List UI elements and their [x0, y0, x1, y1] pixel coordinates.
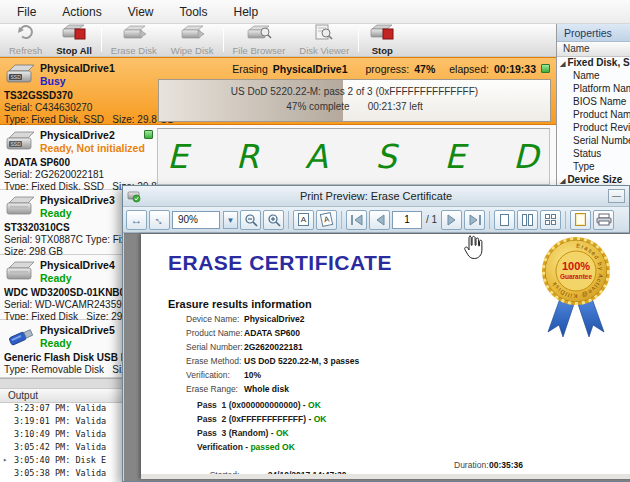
fit-width-button[interactable]: ↔: [126, 210, 147, 230]
ssd-drive-icon: SSD: [5, 63, 37, 89]
zoom-in-button[interactable]: [263, 210, 284, 230]
single-page-icon: [500, 214, 509, 226]
svg-text:SSD: SSD: [11, 141, 22, 147]
drive-model: ADATA SP600: [4, 157, 70, 168]
previous-page-button[interactable]: [369, 210, 390, 230]
wipe-disk-button[interactable]: Wipe Disk: [164, 25, 221, 55]
last-page-button[interactable]: [464, 210, 485, 230]
document-search-icon: [311, 24, 337, 44]
svg-text:100%: 100%: [562, 260, 590, 272]
last-page-icon: [468, 214, 482, 226]
zoom-out-button[interactable]: [240, 210, 261, 230]
drive-serial: Serial: C434630270: [4, 102, 92, 113]
certificate-page[interactable]: ERASE CERTIFICATE Erasure results inform…: [141, 234, 630, 479]
erased-banner-text: ERASED: [121, 137, 587, 176]
toolbar-separator: [489, 211, 490, 229]
tree-expand-icon[interactable]: ◢: [560, 177, 565, 184]
hand-cursor-icon: [462, 234, 484, 265]
next-page-button[interactable]: [441, 210, 462, 230]
menu-tools[interactable]: Tools: [167, 2, 221, 22]
activity-led-icon: [541, 64, 550, 73]
drive-serial: Serial: 2G2620022181: [4, 169, 104, 180]
fit-page-button[interactable]: ↔: [149, 210, 170, 230]
tree-item[interactable]: Platform Name: [557, 83, 630, 96]
stop-all-button[interactable]: Stop All: [49, 25, 99, 55]
cert-duration-label: Duration:: [454, 460, 489, 470]
toolbar-separator: [101, 28, 102, 52]
printer-icon: [596, 213, 612, 226]
cert-pass-1: Pass 1 (0x000000000000) - OK: [197, 400, 321, 410]
svg-text:SSD: SSD: [11, 74, 22, 80]
first-page-button[interactable]: [346, 210, 367, 230]
drive-status: Ready: [40, 272, 72, 284]
page-setup-button[interactable]: [570, 210, 591, 230]
current-row-marker-icon: ▸: [3, 456, 7, 464]
page-total-label: / 1: [426, 214, 437, 225]
killdisk-app-window: File Actions View Tools Help Refresh Sto…: [0, 0, 630, 482]
drive-row-physicaldrive1[interactable]: SSD PhysicalDrive1 Busy TS32GSSD370 Seri…: [0, 57, 556, 125]
single-page-view-button[interactable]: [494, 210, 515, 230]
tree-item[interactable]: Product Name: [557, 109, 630, 122]
drive-model: ST3320310CS: [4, 222, 70, 233]
hdd-drive-icon: [5, 260, 37, 286]
preview-toolbar: ↔ ↔ 90% ▼ A A / 1: [123, 207, 629, 233]
fit-page-icon: ↔: [150, 210, 168, 228]
page-number-input[interactable]: [392, 211, 422, 229]
disk-stop-icon: [368, 24, 396, 44]
usb-drive-icon: [5, 325, 37, 351]
stop-button[interactable]: Stop: [361, 25, 403, 55]
tree-item[interactable]: BIOS Name: [557, 96, 630, 109]
tree-group-fixed-disk[interactable]: ◢Fixed Disk, SSD: [557, 57, 630, 70]
erased-banner-panel: ERASED: [157, 128, 550, 185]
menu-bar: File Actions View Tools Help: [0, 0, 630, 24]
properties-column-header[interactable]: Name: [557, 42, 630, 57]
disk-erase-icon: [120, 24, 148, 44]
portrait-button[interactable]: A: [293, 210, 314, 230]
disk-viewer-button[interactable]: Disk Viewer: [292, 25, 356, 55]
print-button[interactable]: [593, 210, 614, 230]
drive-name: PhysicalDrive3: [40, 194, 115, 206]
menu-file[interactable]: File: [4, 2, 49, 22]
zoom-dropdown-icon[interactable]: ▼: [223, 211, 238, 229]
menu-help[interactable]: Help: [221, 2, 272, 22]
minimize-button[interactable]: —: [608, 189, 625, 203]
menu-actions[interactable]: Actions: [49, 2, 114, 22]
cert-pass-3: Pass 3 (Random) - OK: [197, 428, 289, 438]
gold-seal-icon: Erased by Active@ KillDisk 100% Guarante…: [542, 237, 610, 305]
tree-expand-icon[interactable]: ◢: [560, 60, 565, 67]
dialog-title-bar[interactable]: Print Preview: Erase Certificate —: [123, 186, 629, 207]
drive-status: Ready: [40, 207, 72, 219]
two-page-icon: [522, 214, 533, 226]
four-page-icon: [545, 214, 556, 225]
file-browser-button[interactable]: File Browser: [226, 25, 293, 55]
erase-status-line: ErasingPhysicalDrive1 progress:47% elaps…: [158, 62, 550, 75]
two-page-view-button[interactable]: [517, 210, 538, 230]
erase-certificate-icon: [127, 189, 141, 205]
tree-item[interactable]: Product Revisio: [557, 122, 630, 135]
menu-view[interactable]: View: [115, 2, 167, 22]
certificate-section-heading: Erasure results information: [168, 298, 312, 310]
progress-method-text: US DoD 5220.22-M: pass 2 of 3 (0xFFFFFFF…: [159, 86, 550, 97]
drive-row-physicaldrive2[interactable]: SSD PhysicalDrive2 Ready, Not initialize…: [0, 125, 556, 190]
progress-detail-text: 47% complete 00:21:37 left: [159, 101, 550, 112]
refresh-button[interactable]: Refresh: [2, 25, 49, 55]
certificate-title: ERASE CERTIFICATE: [168, 251, 392, 275]
disk-stop-icon: [60, 24, 88, 44]
cert-field-erase-range: Erase Range:Whole disk: [186, 384, 289, 394]
toolbar-separator: [358, 28, 359, 52]
drive-serial: Serial: WD-WCAMR2435935: [4, 299, 133, 310]
guarantee-badge: Erased by Active@ KillDisk 100% Guarante…: [535, 234, 617, 350]
refresh-icon: [13, 24, 39, 44]
four-page-view-button[interactable]: [540, 210, 561, 230]
landscape-icon: A: [320, 212, 333, 227]
zoom-out-icon: [244, 213, 258, 227]
next-page-icon: [445, 214, 459, 226]
tree-item[interactable]: Name: [557, 70, 630, 83]
landscape-button[interactable]: A: [316, 210, 337, 230]
toolbar-separator: [288, 211, 289, 229]
erase-disk-button[interactable]: Erase Disk: [104, 25, 164, 55]
drive-name: PhysicalDrive1: [40, 62, 115, 74]
zoom-level-select[interactable]: 90%: [172, 211, 220, 229]
first-page-icon: [350, 214, 364, 226]
page-setup-icon: [575, 213, 586, 226]
